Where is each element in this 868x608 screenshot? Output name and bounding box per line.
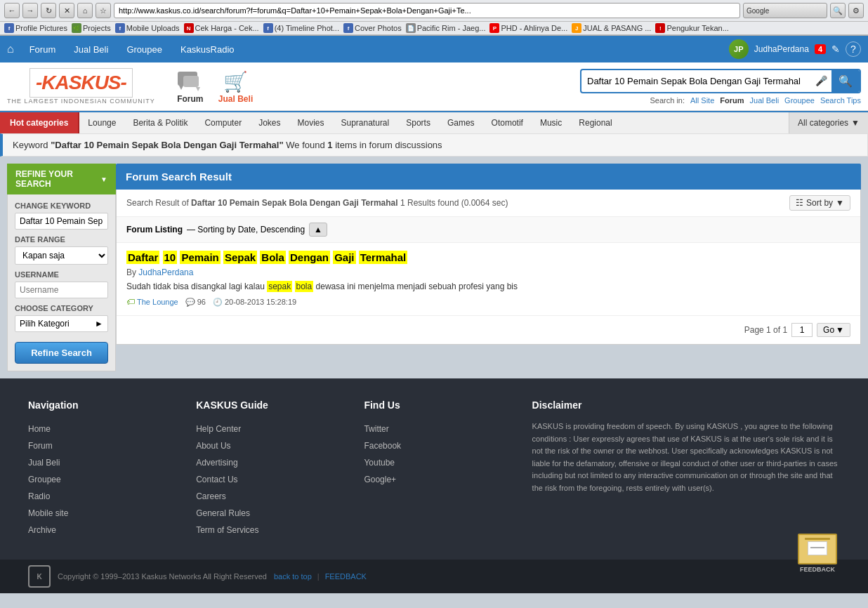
bookmark-mobile-uploads[interactable]: f Mobile Uploads — [115, 23, 180, 33]
keyword-input[interactable] — [15, 213, 108, 230]
footer-link-forum[interactable]: Forum — [28, 437, 182, 454]
listing-toggle-button[interactable]: ▲ — [309, 223, 327, 237]
page-go-button[interactable]: Go ▼ — [817, 323, 850, 337]
footer-link-radio[interactable]: Radio — [28, 488, 182, 505]
footer-link-jualbeli[interactable]: Jual Beli — [28, 454, 182, 471]
home-button[interactable]: ⌂ — [77, 3, 93, 18]
feedback-widget[interactable]: FEEDBACK — [795, 520, 840, 573]
page-number-input[interactable] — [791, 323, 813, 337]
forum-nav-item[interactable]: Forum — [176, 70, 204, 104]
footer-link-googleplus[interactable]: Google+ — [364, 471, 518, 488]
result-title: Daftar 10 Pemain Sepak Bola Dengan Gaji … — [126, 251, 850, 263]
bookmark-cover-photos[interactable]: f Cover Photos — [343, 23, 402, 33]
forum-icon — [176, 70, 204, 94]
footer-link-contactus[interactable]: Contact Us — [196, 471, 350, 488]
result-datetime: 20-08-2013 15:28:19 — [225, 298, 296, 306]
sort-button[interactable]: ☷ Sort by ▼ — [789, 195, 850, 211]
bookmark-projects[interactable]: 🌿 Projects — [72, 23, 111, 33]
footer-link-youtube[interactable]: Youtube — [364, 454, 518, 471]
notification-badge[interactable]: 4 — [815, 44, 826, 54]
footer-disclaimer-title: Disclaimer — [532, 399, 840, 411]
footer-link-facebook[interactable]: Facebook — [364, 437, 518, 454]
result-author-link[interactable]: JudhaPerdana — [138, 267, 193, 277]
category-lounge[interactable]: Lounge — [79, 112, 124, 133]
bookmark-label: Mobile Uploads — [126, 24, 180, 32]
nav-link-groupee[interactable]: Groupee — [118, 40, 171, 59]
bookmark-pacific-rim[interactable]: 📄 Pacific Rim - Jaeg... — [406, 23, 486, 33]
bookmark-jual[interactable]: J JUAL & PASANG ... — [572, 23, 651, 33]
footer-link-generalrules[interactable]: General Rules — [196, 505, 350, 522]
svg-rect-2 — [183, 76, 199, 87]
compose-icon[interactable]: ✎ — [831, 44, 840, 55]
all-categories-button[interactable]: All categories ▼ — [789, 112, 868, 133]
result-category-link[interactable]: The Lounge — [137, 298, 178, 306]
search-input[interactable] — [581, 72, 811, 91]
search-field[interactable]: Google — [743, 3, 827, 18]
zoom-button[interactable]: 🔍 — [830, 3, 846, 18]
bookmark-cek-harga[interactable]: N Cek Harga - Cek... — [184, 23, 259, 33]
category-selector[interactable]: Pilih Kategori ► — [15, 315, 108, 332]
footer-link-helpcenter[interactable]: Help Center — [196, 421, 350, 437]
nav-link-jualbeli[interactable]: Jual Beli — [65, 40, 117, 59]
back-button[interactable]: ← — [4, 3, 20, 18]
footer-back-to-top[interactable]: back to top — [274, 572, 312, 581]
bookmark-profile-pictures[interactable]: f Profile Pictures — [4, 23, 67, 33]
nav-link-forum[interactable]: Forum — [21, 40, 65, 59]
star-button[interactable]: ☆ — [96, 3, 111, 18]
footer-link-advertising[interactable]: Advertising — [196, 454, 350, 471]
bookmark-label: Profile Pictures — [15, 24, 67, 32]
search-option-jualbeli[interactable]: Jual Beli — [750, 96, 780, 105]
keyword-text-after: We found — [286, 140, 327, 150]
category-supranatural[interactable]: Supranatural — [333, 112, 398, 133]
bookmark-phd[interactable]: P PHD - Ahlinya De... — [489, 23, 567, 33]
category-berita[interactable]: Berita & Politik — [124, 112, 196, 133]
category-games[interactable]: Games — [439, 112, 483, 133]
search-tips-link[interactable]: Search Tips — [820, 96, 861, 105]
footer-link-aboutus[interactable]: About Us — [196, 437, 350, 454]
footer-link-home[interactable]: Home — [28, 421, 182, 437]
reload-button[interactable]: ↻ — [41, 3, 56, 18]
sort-icon: ☷ — [796, 198, 803, 208]
search-submit-button[interactable]: 🔍 — [831, 70, 860, 92]
footer-link-careers[interactable]: Careers — [196, 488, 350, 505]
username-display[interactable]: JudhaPerdana — [754, 44, 809, 54]
date-range-select[interactable]: Kapan saja — [15, 246, 108, 265]
bookmark-pengukur[interactable]: ! Pengukur Tekan... — [655, 23, 728, 33]
choose-category-label: CHOOSE CATEGORY — [15, 304, 108, 312]
jualbeli-nav-item[interactable]: 🛒 Jual Beli — [218, 70, 253, 104]
footer-guide-title: KASKUS Guide — [196, 399, 350, 411]
search-option-forum[interactable]: Forum — [720, 96, 744, 105]
logo-area[interactable]: -KASKUS- THE LARGEST INDONESIAN COMMUNIT… — [7, 68, 155, 105]
category-jokes[interactable]: Jokes — [250, 112, 289, 133]
home-nav-icon[interactable]: ⌂ — [7, 43, 14, 55]
category-computer[interactable]: Computer — [196, 112, 250, 133]
address-bar[interactable] — [114, 3, 740, 18]
footer-feedback-link[interactable]: FEEDBACK — [325, 572, 367, 581]
footer-link-termofservices[interactable]: Term of Services — [196, 522, 350, 538]
category-regional[interactable]: Regional — [570, 112, 620, 133]
footer-link-groupee[interactable]: Groupee — [28, 471, 182, 488]
bookmark-label: Projects — [83, 24, 111, 32]
stop-button[interactable]: ✕ — [59, 3, 74, 18]
title-word-1: Daftar — [126, 251, 159, 264]
refine-header[interactable]: REFINE YOUR SEARCH ▼ — [7, 164, 116, 194]
hot-categories-button[interactable]: Hot categories — [0, 112, 79, 133]
category-sports[interactable]: Sports — [397, 112, 439, 133]
refine-search-button[interactable]: Refine Search — [15, 342, 108, 364]
forward-button[interactable]: → — [22, 3, 38, 18]
username-input[interactable] — [15, 282, 108, 298]
category-movies[interactable]: Movies — [289, 112, 332, 133]
search-mic-button[interactable]: 🎤 — [811, 72, 831, 89]
settings-button[interactable]: ⚙ — [848, 3, 864, 18]
nav-link-kaskusradio[interactable]: KaskusRadio — [172, 40, 243, 59]
category-music[interactable]: Music — [532, 112, 570, 133]
footer-link-mobilesite[interactable]: Mobile site — [28, 505, 182, 522]
bookmark-timeline[interactable]: f (4) Timeline Phot... — [263, 23, 339, 33]
excerpt-highlight-1: sepak — [267, 281, 292, 292]
search-option-allsite[interactable]: All Site — [690, 96, 714, 105]
footer-link-archive[interactable]: Archive — [28, 522, 182, 538]
footer-link-twitter[interactable]: Twitter — [364, 421, 518, 437]
category-otomotif[interactable]: Otomotif — [483, 112, 532, 133]
help-icon[interactable]: ? — [846, 41, 861, 57]
search-option-groupee[interactable]: Groupee — [784, 96, 815, 105]
